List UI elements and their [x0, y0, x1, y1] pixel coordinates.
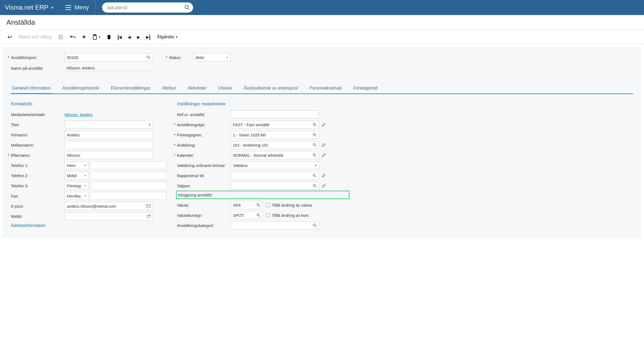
title-select[interactable]: ▾	[65, 121, 153, 129]
lookup-icon[interactable]	[257, 203, 260, 207]
last-value: Nilsson	[67, 153, 80, 158]
trash-icon	[107, 34, 111, 40]
web-input[interactable]	[65, 212, 153, 220]
fax-label: Fax:	[11, 194, 65, 198]
svg-point-13	[257, 214, 259, 216]
phone3-input[interactable]	[90, 182, 166, 190]
prev-button[interactable]: ◂	[128, 34, 131, 40]
mid-input[interactable]	[65, 141, 153, 149]
val-select[interactable]: Validera ▾	[231, 161, 319, 169]
rate-input[interactable]: SPOT	[231, 211, 263, 219]
lookup-icon[interactable]	[313, 174, 317, 177]
detail-columns: Kontaktinfo Medarbetarkontakt: Nilsson, …	[11, 94, 633, 237]
contact-section-header: Kontaktinfo	[11, 99, 166, 110]
cal-label: Kalender:	[177, 153, 231, 158]
save-close-button[interactable]: Spara och stäng	[18, 34, 52, 40]
login-label: Inloggning anställd:	[178, 193, 231, 197]
fax-type-select[interactable]: Hemfax▾	[65, 192, 89, 200]
open-link-icon[interactable]	[147, 214, 150, 218]
add-button[interactable]: +	[82, 34, 86, 40]
undo-button[interactable]	[70, 35, 76, 39]
search-input[interactable]	[102, 2, 193, 13]
actions-button[interactable]: Åtgärder ▾	[157, 34, 178, 40]
lookup-icon[interactable]	[313, 223, 317, 227]
settings-section-header: Inställningar medarbetare	[177, 99, 348, 110]
menu-button[interactable]: Meny	[59, 0, 96, 15]
lookup-icon[interactable]	[257, 213, 260, 217]
tab-attributes[interactable]: Attribut	[161, 83, 177, 94]
tab-finance[interactable]: Ekonomiinställningar	[110, 83, 152, 94]
edit-icon[interactable]	[322, 173, 326, 178]
settings-column: Inställningar medarbetare Ref.nr. anstäl…	[177, 99, 348, 232]
last-input[interactable]: Nilsson	[65, 151, 153, 159]
edit-icon[interactable]	[322, 122, 326, 127]
edit-icon[interactable]	[322, 153, 326, 157]
reports-input[interactable]	[231, 171, 319, 180]
edit-icon[interactable]	[322, 143, 326, 147]
curr-chk-label: Tillåt ändring av valuta	[272, 203, 312, 207]
first-icon: |◂	[118, 34, 122, 40]
first-button[interactable]: |◂	[118, 34, 122, 40]
save-button[interactable]	[58, 34, 63, 40]
lookup-icon[interactable]	[313, 143, 317, 147]
fax-input[interactable]	[90, 192, 166, 200]
lookup-icon[interactable]	[313, 153, 317, 157]
cat-input[interactable]	[231, 221, 319, 229]
rate-allow-checkbox[interactable]: Tillåt ändring av kurs	[266, 213, 309, 218]
tab-cost[interactable]: Personalkostnad	[308, 83, 342, 94]
login-row-highlighted: Inloggning anställd:	[176, 191, 349, 199]
caret-down-icon: ▾	[85, 164, 86, 167]
curr-allow-checkbox[interactable]: Tillåt ändring av valuta	[266, 203, 312, 207]
svg-point-7	[313, 133, 315, 136]
email-icon[interactable]	[146, 204, 150, 208]
sales-label: Säljare:	[177, 184, 231, 188]
delete-button[interactable]	[107, 34, 111, 40]
next-button[interactable]: ▸	[137, 34, 140, 40]
phone2-label: Telefon 2:	[11, 173, 65, 178]
caret-down-icon: ▾	[315, 163, 317, 167]
sales-input[interactable]	[231, 182, 319, 190]
search-icon[interactable]	[184, 5, 190, 10]
last-button[interactable]: ▸|	[146, 34, 150, 40]
tab-history[interactable]: Anställningshistorik	[61, 83, 100, 94]
lookup-icon[interactable]	[313, 133, 317, 137]
back-button[interactable]: ↩	[7, 34, 12, 40]
tab-mailings[interactable]: Utskick	[217, 83, 233, 94]
dept-input[interactable]: 101 - Avdelning 101	[231, 141, 319, 149]
address-section-header: Adressinformation	[11, 222, 166, 232]
tab-override[interactable]: Åsidosättande av arbetspost	[243, 83, 299, 94]
cal-input[interactable]: NORMAL - Normal arbetstid	[231, 151, 319, 159]
chevron-down-icon: ▾	[51, 5, 53, 10]
tab-general[interactable]: Generell information	[11, 83, 52, 94]
lookup-icon[interactable]	[147, 55, 150, 59]
actions-label: Åtgärder	[157, 34, 174, 40]
curr-input[interactable]: SEK	[231, 201, 263, 209]
lookup-icon[interactable]	[313, 184, 317, 188]
ref-label: Ref.nr. anställd:	[177, 112, 231, 117]
lookup-icon[interactable]	[313, 123, 317, 126]
first-input[interactable]: Anders	[65, 131, 153, 139]
status-select[interactable]: Aktiv ▾	[193, 53, 231, 61]
svg-point-12	[257, 204, 259, 206]
contact-link[interactable]: Nilsson, Anders	[65, 112, 92, 117]
edit-icon[interactable]	[322, 184, 326, 188]
tab-tree[interactable]: Företagsträd	[352, 83, 379, 94]
clipboard-button[interactable]: ▾	[92, 34, 100, 40]
phone2-input[interactable]	[90, 171, 166, 180]
ref-input[interactable]	[231, 110, 319, 118]
phone1-input[interactable]	[90, 161, 166, 169]
phone1-type-select[interactable]: Hem▾	[65, 161, 89, 169]
svg-point-6	[313, 123, 315, 125]
brand[interactable]: Visma.net ERP ▾	[5, 4, 59, 11]
phone2-type-select[interactable]: Mobil▾	[65, 171, 89, 180]
emp-no-input[interactable]: 00100	[65, 53, 153, 61]
header-fields: Anställningsnr: 00100 Namn på anställd: …	[11, 53, 633, 79]
phone3-type-select[interactable]: Företag▾	[65, 182, 89, 190]
emp-no-label: Anställningsnr:	[11, 55, 65, 60]
email-input[interactable]: anders.nilsson@visma.com	[65, 202, 153, 210]
tab-activities[interactable]: Aktiviteter	[186, 83, 207, 94]
svg-point-0	[185, 5, 188, 9]
branch-input[interactable]: 1 - Taxen 1028 AB	[231, 131, 319, 139]
curr-value: SEK	[233, 203, 241, 207]
emptype-input[interactable]: FAST - Fast anställd	[231, 121, 319, 129]
